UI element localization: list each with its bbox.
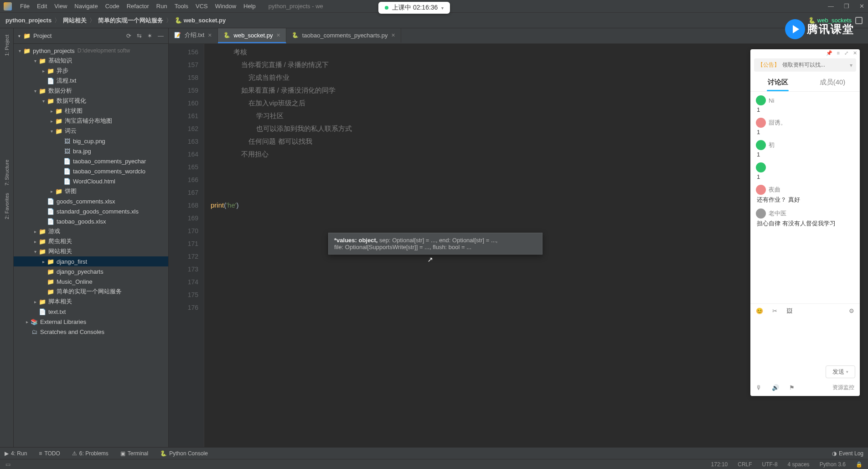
cursor-position[interactable]: 172:10 [711,461,728,468]
tab-1[interactable]: 🐍web_socket.py× [218,28,286,43]
tree-item[interactable]: ·📄standard_goods_comments.xls [14,206,168,216]
tree-item[interactable]: ▸📁爬虫相关 [14,236,168,246]
chat-message: 甜诱。1 [756,118,854,135]
tree-item[interactable]: ▸📁淘宝店铺分布地图 [14,116,168,126]
emoji-icon[interactable]: 😊 [756,307,763,314]
tree-item[interactable]: ·📄WordCloud.html [14,176,168,186]
tree-item[interactable]: ·📁django_pyecharts [14,266,168,276]
tree-item[interactable]: ▸📁django_first [14,256,168,266]
tree-root[interactable]: ▾📁 python_projects D:\development softw [14,46,168,56]
rail-project[interactable]: 1: Project [4,35,10,56]
lock-icon[interactable]: 🔒 [856,461,863,468]
tab-2[interactable]: 🐍taobao_comments_pyecharts.py× [286,28,401,43]
interpreter[interactable]: Python 3.6 [820,461,846,468]
tool-refresh-icon[interactable]: ⟳ [126,32,131,39]
mic-icon[interactable]: 🎙 [756,384,762,391]
close-button[interactable]: ✕ [859,3,864,10]
tree-item[interactable]: ▸📁脚本相关 [14,297,168,307]
tree-item[interactable]: ·🖼bra.jpg [14,146,168,156]
close-icon[interactable]: × [392,31,395,39]
menu-vcs[interactable]: VCS [192,0,212,12]
tab-discuss[interactable]: 讨论区 [750,73,805,91]
tree-item[interactable]: ▸📁柱状图 [14,106,168,116]
menu-file[interactable]: File [16,0,33,12]
menu-view[interactable]: View [51,0,71,12]
announcement-bar[interactable]: 【公告】 领取资料可以找... ▾ [754,58,856,72]
menu-tools[interactable]: Tools [171,0,192,12]
tree-item[interactable]: ·📄taobao_comments_pyechar [14,156,168,166]
flag-icon[interactable]: ⚑ [789,384,795,391]
scissors-icon[interactable]: ✂ [772,307,777,314]
tab-run[interactable]: ▶4: Run [5,450,27,457]
tree-item[interactable]: ·📁简单的实现一个网站服务 [14,287,168,297]
tab-terminal[interactable]: ▣Terminal [120,450,148,457]
tree-item[interactable]: ▾📁数据分析 [14,86,168,96]
pin-icon[interactable]: 📌 [826,50,832,57]
tree-item[interactable]: ▾📁基础知识 [14,56,168,66]
tree-item[interactable]: ·📄goods_comments.xlsx [14,196,168,206]
volume-icon[interactable]: 🔊 [772,384,779,391]
tree-item[interactable]: ▾📁词云 [14,126,168,136]
menu-navigate[interactable]: Navigate [71,0,101,12]
tree-item[interactable]: ▸📁饼图 [14,186,168,196]
crumb-folder2[interactable]: 简单的实现一个网站服务 [98,16,163,25]
tree-item[interactable]: ·📄taobao_comments_wordclo [14,166,168,176]
tree-item[interactable]: ·🗂Scratches and Consoles [14,327,168,337]
encoding[interactable]: UTF-8 [762,461,778,468]
line-separator[interactable]: CRLF [738,461,752,468]
tree-item[interactable]: ▾📁网站相关 [14,246,168,256]
menu-code[interactable]: Code [102,0,123,12]
image-icon[interactable]: 🖼 [786,307,792,314]
close-icon[interactable]: × [208,31,212,39]
sidebar-title[interactable]: 📁 Project [18,32,52,39]
tab-todo[interactable]: ≡TODO [39,450,60,457]
brand-text: 腾讯课堂 [807,22,854,36]
tab-0[interactable]: 📝介绍.txt× [169,28,218,43]
tree-item[interactable]: ·📄text.txt [14,307,168,317]
tool-settings-icon[interactable]: ✶ [147,32,152,39]
menu-edit[interactable]: Edit [33,0,51,12]
resource-monitor[interactable]: 资源监控 [832,384,854,391]
menu-help[interactable]: Help [240,0,259,12]
tool-collapse-icon[interactable]: ⇆ [137,32,142,39]
chat-input[interactable] [750,318,860,364]
status-icon[interactable]: ▭ [5,461,10,468]
tab-event-log[interactable]: ◑Event Log [832,450,863,457]
close-icon[interactable]: ✕ [853,50,857,57]
maximize-button[interactable]: ❐ [844,3,849,10]
minimize-button[interactable]: — [828,3,834,10]
search-icon[interactable] [855,17,863,24]
menu-window[interactable]: Window [212,0,240,12]
tree-item[interactable]: ·📁Music_Online [14,276,168,287]
rail-favorites[interactable]: 2: Favorites [4,193,10,219]
tool-hide-icon[interactable]: — [158,32,164,39]
rail-structure[interactable]: 7: Structure [4,160,10,186]
tree-item[interactable]: ▸📁游戏 [14,226,168,236]
send-button[interactable]: 发送 [826,365,855,378]
chat-message: 1 [756,162,854,180]
menu-run[interactable]: Run [153,0,171,12]
status-bar: ▭ 172:10 CRLF UTF-8 4 spaces Python 3.6 … [0,459,868,469]
close-icon[interactable]: × [277,31,280,39]
indent[interactable]: 4 spaces [788,461,810,468]
crumb-file[interactable]: 🐍 web_socket.py [175,17,226,24]
tree-item[interactable]: ▾📁数据可视化 [14,96,168,106]
expand-icon[interactable]: ⤢ [844,50,848,57]
gear-icon[interactable]: ⚙ [849,307,854,314]
tab-python-console[interactable]: 🐍Python Console [160,450,208,457]
live-status-pill[interactable]: 上课中 02:16:36 ▾ [378,2,450,14]
tree-item[interactable]: ·📄流程.txt [14,76,168,86]
tab-members[interactable]: 成员(40) [805,73,860,91]
chevron-down-icon: ▾ [441,5,444,10]
tree-item[interactable]: ·📄taobao_goods.xlsx [14,216,168,226]
python-icon: 🐍 [292,32,299,38]
tree-item[interactable]: ·🖼big_cup.png [14,136,168,146]
tab-problems[interactable]: ⚠6: Problems [72,450,108,457]
tree-item[interactable]: ▸📚External Libraries [14,317,168,327]
menu-refactor[interactable]: Refactor [123,0,153,12]
avatar-icon [756,95,766,105]
tree-item[interactable]: ▸📁异步 [14,66,168,76]
crumb-project[interactable]: python_projects [5,17,52,24]
crumb-folder1[interactable]: 网站相关 [63,16,87,25]
menu-icon[interactable]: ≡ [837,50,840,57]
